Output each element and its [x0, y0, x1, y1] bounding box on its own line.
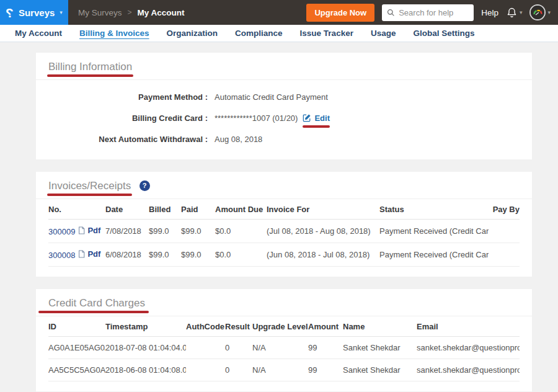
table-row: 300009Pdf 7/08/2018 $99.0 $99.0 $0.0 (Ju…	[48, 220, 520, 243]
upgrade-now-button[interactable]: Upgrade Now	[306, 4, 374, 22]
billing-credit-card-value: ************1007 (01/20)	[215, 114, 298, 123]
col-status: Status	[379, 199, 489, 220]
credit-card-charges-title: Credit Card Charges	[48, 297, 145, 310]
charge-email: sanket.shekdar@questionpro.com	[417, 359, 520, 381]
top-bar-dark: My Surveys > My Account Upgrade Now Help	[68, 0, 558, 25]
invoice-pay-by	[489, 220, 520, 243]
charge-timestamp: 2018-07-08 01:04:04.0	[105, 337, 186, 359]
billing-information-card: Billing Information Billing Information …	[36, 53, 532, 159]
charge-name: Sanket Shekdar	[343, 359, 417, 381]
charge-amount: 99	[308, 337, 343, 359]
charge-upgrade-level: N/A	[252, 337, 308, 359]
col-paid: Paid	[181, 199, 215, 220]
tab-global-settings[interactable]: Global Settings	[404, 29, 483, 38]
help-link[interactable]: Help	[481, 8, 498, 17]
annotation-anchor: Billing Information	[48, 61, 132, 73]
chevron-down-icon: ▾	[60, 9, 63, 16]
billing-credit-card-label: Billing Credit Card :	[36, 114, 208, 123]
top-bar: ? Surveys ▾ My Surveys > My Account Upgr…	[0, 0, 558, 25]
bell-icon	[506, 7, 518, 19]
invoice-paid: $99.0	[181, 243, 215, 267]
pdf-file-icon	[78, 250, 85, 258]
breadcrumb: My Surveys > My Account	[78, 8, 185, 17]
invoice-pdf-link[interactable]: Pdf	[78, 249, 100, 259]
invoice-amount-due: $0.0	[215, 220, 267, 243]
product-name: Surveys	[19, 7, 55, 18]
edit-link-label: Edit	[314, 114, 330, 123]
invoices-receipts-card: Invoices/Receipts ? No. Date Billed Paid	[36, 172, 532, 277]
invoice-period: (Jul 08, 2018 - Aug 08, 2018)	[267, 220, 379, 243]
invoice-date: 6/08/2018	[105, 243, 149, 267]
charge-upgrade-level: N/A	[252, 359, 308, 381]
user-menu[interactable]: ▾	[529, 4, 551, 20]
breadcrumb-my-surveys[interactable]: My Surveys	[78, 8, 122, 17]
edit-pencil-icon	[303, 114, 311, 122]
charges-table: ID Timestamp AuthCode Result Upgrade Lev…	[48, 316, 520, 381]
charge-result: 0	[225, 359, 252, 381]
pdf-file-icon	[78, 226, 85, 234]
search-icon	[387, 9, 395, 17]
tab-my-account[interactable]: My Account	[6, 29, 71, 38]
chevron-down-icon: ▾	[547, 9, 551, 16]
breadcrumb-separator-icon: >	[128, 8, 132, 17]
annotation-underline	[47, 74, 133, 77]
tab-issue-tracker[interactable]: Issue Tracker	[291, 29, 362, 38]
invoices-receipts-title: Invoices/Receipts	[48, 180, 131, 192]
col-authcode: AuthCode	[186, 316, 225, 337]
help-search-box[interactable]	[382, 4, 474, 21]
page-content: Billing Information Billing Information …	[0, 42, 558, 391]
charge-authcode	[186, 359, 225, 381]
top-bar-actions: Upgrade Now Help ▾	[306, 4, 551, 22]
payment-method-label: Payment Method :	[36, 92, 208, 102]
invoices-header-row: No. Date Billed Paid Amount Due Invoice …	[48, 199, 520, 220]
pdf-link-label: Pdf	[87, 249, 100, 259]
invoice-period: (Jun 08, 2018 - Jul 08, 2018)	[267, 243, 379, 267]
chevron-down-icon: ▾	[520, 9, 523, 16]
table-row: 300008Pdf 6/08/2018 $99.0 $99.0 $0.0 (Ju…	[48, 243, 520, 267]
invoice-number-link[interactable]: 300008	[48, 251, 75, 260]
col-amount-due: Amount Due	[215, 199, 267, 220]
notifications-button[interactable]: ▾	[506, 7, 523, 19]
invoice-pdf-link[interactable]: Pdf	[78, 226, 100, 235]
next-withdrawal-value: Aug 08, 2018	[215, 135, 262, 144]
invoices-help-icon[interactable]: ?	[140, 180, 150, 191]
col-result: Result	[225, 316, 252, 337]
col-timestamp: Timestamp	[105, 316, 186, 337]
edit-credit-card-link[interactable]: Edit	[303, 114, 330, 123]
annotation-underline	[38, 311, 149, 313]
pdf-link-label: Pdf	[87, 226, 100, 235]
invoice-billed: $99.0	[149, 243, 181, 267]
invoice-number-link[interactable]: 300009	[48, 227, 75, 236]
charge-name: Sanket Shekdar	[343, 337, 417, 359]
product-switcher[interactable]: ? Surveys ▾	[0, 0, 68, 25]
invoice-status: Payment Received (Credit Card)	[379, 220, 489, 243]
col-name: Name	[343, 316, 417, 337]
search-input[interactable]	[399, 8, 469, 17]
payment-method-row: Payment Method : Automatic Credit Card P…	[36, 86, 532, 107]
invoice-status: Payment Received (Credit Card)	[379, 243, 489, 267]
tab-usage[interactable]: Usage	[362, 29, 405, 38]
table-row: AA5C5C5AG0A 2018-06-08 01:04:08.0 0 N/A …	[48, 359, 520, 381]
invoice-date: 7/08/2018	[105, 220, 149, 243]
breadcrumb-my-account: My Account	[138, 8, 185, 17]
tab-billing-invoices[interactable]: Billing & Invoices	[71, 29, 158, 38]
col-email: Email	[417, 316, 520, 337]
charge-email: sanket.shekdar@questionpro.com	[417, 337, 520, 359]
billing-credit-card-row: Billing Credit Card : ************1007 (…	[36, 107, 532, 128]
tab-compliance[interactable]: Compliance	[226, 29, 291, 38]
tab-organization[interactable]: Organization	[158, 29, 227, 38]
col-amount: Amount	[308, 316, 343, 337]
charge-result: 0	[225, 337, 252, 359]
invoices-table: No. Date Billed Paid Amount Due Invoice …	[48, 199, 520, 267]
credit-card-charges-card: Credit Card Charges ID Timestamp AuthCod…	[36, 289, 532, 391]
annotation-underline	[47, 194, 132, 196]
charge-authcode	[186, 337, 225, 359]
annotation-underline	[303, 125, 330, 128]
payment-method-value: Automatic Credit Card Payment	[215, 92, 328, 102]
invoice-paid: $99.0	[181, 220, 215, 243]
avatar	[529, 4, 546, 20]
col-id: ID	[48, 316, 105, 337]
questionpro-logo-icon: ?	[6, 6, 14, 19]
charge-id: AA5C5C5AG0A	[48, 359, 105, 381]
charge-amount: 99	[308, 359, 343, 381]
